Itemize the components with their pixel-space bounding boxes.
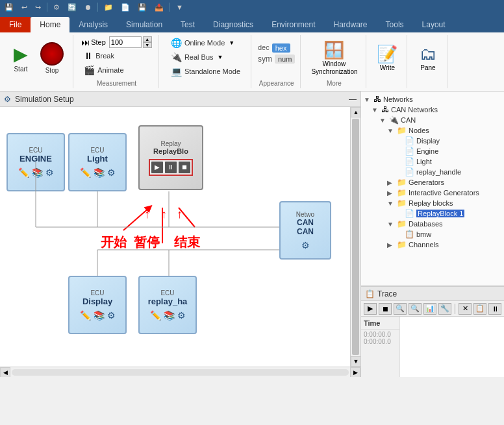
- trace-delete-button[interactable]: ✕: [459, 303, 472, 315]
- tab-tools[interactable]: Tools: [377, 17, 413, 32]
- tree-interactive-generators[interactable]: ▶ 📁 Interactive Generators: [364, 188, 501, 198]
- start-button[interactable]: ▶ Start: [8, 42, 34, 75]
- ecu-replay-handle-settings-icon[interactable]: ⚙: [177, 310, 186, 321]
- tab-test[interactable]: Test: [171, 17, 204, 32]
- replay-play-button[interactable]: ▶: [151, 162, 163, 173]
- tab-file[interactable]: File: [0, 17, 31, 32]
- animate-button[interactable]: 🎬 Animate: [81, 64, 152, 77]
- tree-networks[interactable]: ▼ 🖧 Networks: [364, 94, 501, 104]
- undo-icon[interactable]: ↩: [19, 3, 29, 12]
- write-button[interactable]: 📝 Write: [373, 42, 401, 73]
- tab-environment[interactable]: Environment: [262, 17, 324, 32]
- refresh-icon[interactable]: 🔄: [66, 3, 79, 12]
- ecu-display-edit-icon[interactable]: ✏️: [80, 310, 91, 321]
- settings-icon[interactable]: ⚙: [51, 3, 62, 12]
- canvas-area[interactable]: ECU ENGINE ✏️ 📚 ⚙ ECU Light ✏️ 📚 ⚙: [0, 107, 360, 367]
- ecu-display-layers-icon[interactable]: 📚: [94, 310, 105, 321]
- scroll-thumb[interactable]: [352, 119, 359, 355]
- network-cam-block[interactable]: Netwo CAN CAN ⚙: [279, 201, 331, 260]
- tree-databases[interactable]: ▼ 📁 Databases: [364, 219, 501, 229]
- step-input[interactable]: [109, 36, 142, 48]
- network-cam-settings-icon[interactable]: ⚙: [301, 240, 310, 250]
- stop-small-icon[interactable]: ⏺: [82, 3, 94, 12]
- step-up[interactable]: ▲: [143, 36, 152, 42]
- tree-display[interactable]: 📄 Display: [364, 136, 501, 146]
- replay-block[interactable]: Replay ReplayBlo ▶ ⏸ ⏹: [138, 125, 203, 190]
- tree-bmw[interactable]: 📋 bmw: [364, 229, 501, 239]
- scroll-left-button[interactable]: ◀: [0, 367, 10, 378]
- tab-diagnostics[interactable]: Diagnostics: [204, 17, 262, 32]
- trace-filter2-button[interactable]: 🔍: [409, 303, 422, 315]
- trace-copy-button[interactable]: 📋: [473, 303, 486, 315]
- hex-button[interactable]: hex: [272, 43, 290, 53]
- replay-stop-button[interactable]: ⏹: [179, 162, 190, 173]
- trace-play-button[interactable]: ▶: [364, 303, 377, 315]
- tree-engine[interactable]: 📄 Engine: [364, 146, 501, 156]
- tree-light[interactable]: 📄 Light: [364, 156, 501, 167]
- arrow-start: ↑: [144, 208, 150, 221]
- ecu-engine-block[interactable]: ECU ENGINE ✏️ 📚 ⚙: [6, 133, 65, 191]
- scroll-down-button[interactable]: ▼: [351, 356, 360, 367]
- tab-home[interactable]: Home: [31, 17, 69, 32]
- real-bus-button[interactable]: 🔌 Real Bus ▼: [168, 51, 243, 64]
- scroll-right-button[interactable]: ▶: [350, 367, 360, 378]
- online-mode-button[interactable]: 🌐 Online Mode ▼: [168, 36, 243, 49]
- num-button[interactable]: num: [275, 55, 295, 64]
- tree-can[interactable]: ▼ 🔌 CAN: [364, 115, 501, 125]
- ecu-engine-layers-icon[interactable]: 📚: [32, 167, 43, 178]
- tree-generators[interactable]: ▶ 📁 Generators: [364, 177, 501, 188]
- doc-icon[interactable]: 📄: [119, 3, 132, 12]
- redo-icon[interactable]: ↪: [33, 3, 43, 12]
- ecu-display-block[interactable]: ECU Display ✏️ 📚 ⚙: [68, 276, 127, 334]
- ecu-light-edit-icon[interactable]: ✏️: [80, 167, 91, 178]
- ecu-display-settings-icon[interactable]: ⚙: [107, 310, 116, 321]
- tree-nodes[interactable]: ▼ 📁 Nodes: [364, 125, 501, 136]
- tree-label-replay-handle: replay_handle: [416, 168, 461, 176]
- ecu-engine-settings-icon[interactable]: ⚙: [45, 167, 54, 178]
- tree-label-databases: Databases: [409, 220, 443, 228]
- tree-can-networks[interactable]: ▼ 🖧 CAN Networks: [364, 104, 501, 115]
- export-icon[interactable]: 📤: [153, 3, 166, 12]
- measurement-group-label: Measurement: [97, 80, 136, 87]
- stop-button[interactable]: Stop: [36, 40, 68, 76]
- minimize-icon[interactable]: —: [349, 95, 357, 104]
- break-button[interactable]: ⏸ Break: [81, 49, 152, 62]
- ecu-engine-edit-icon[interactable]: ✏️: [18, 167, 29, 178]
- tree-replay-block-1[interactable]: 📄 ReplayBlock 1: [364, 208, 501, 219]
- tree-channels[interactable]: ▶ 📁 Channels: [364, 239, 501, 250]
- trace-header: 📋 Trace: [361, 287, 504, 301]
- trace-settings-button[interactable]: 🔧: [438, 303, 451, 315]
- trace-time-values: 0:00:00.00:00:00.0: [361, 330, 399, 346]
- window-sync-button[interactable]: 🪟 Window Synchronization: [307, 38, 360, 78]
- ecu-replay-handle-layers-icon[interactable]: 📚: [164, 310, 175, 321]
- save2-icon[interactable]: 💾: [136, 3, 149, 12]
- replay-pause-button[interactable]: ⏸: [165, 162, 177, 173]
- ecu-light-settings-icon[interactable]: ⚙: [107, 167, 116, 178]
- vertical-scrollbar[interactable]: ▲ ▼: [350, 107, 360, 367]
- more-icon[interactable]: ▼: [174, 3, 185, 12]
- trace-chart-button[interactable]: 📊: [423, 303, 436, 315]
- trace-pause-button[interactable]: ⏸: [488, 303, 501, 315]
- trace-content: Time 0:00:00.00:00:00.0: [361, 317, 504, 377]
- scroll-x-track[interactable]: [12, 369, 349, 376]
- ecu-replay-handle-block[interactable]: ECU replay_ha ✏️ 📚 ⚙: [138, 276, 197, 334]
- trace-filter-button[interactable]: 🔍: [394, 303, 407, 315]
- tab-simulation[interactable]: Simulation: [117, 17, 171, 32]
- step-down[interactable]: ▼: [143, 42, 152, 48]
- trace-stop-button[interactable]: ⏹: [379, 303, 392, 315]
- tree-replay-blocks[interactable]: ▼ 📁 Replay blocks: [364, 198, 501, 208]
- tree-replay-handle[interactable]: 📄 replay_handle: [364, 167, 501, 177]
- ecu-replay-handle-edit-icon[interactable]: ✏️: [150, 310, 161, 321]
- tab-analysis[interactable]: Analysis: [69, 17, 117, 32]
- scroll-up-button[interactable]: ▲: [351, 107, 360, 117]
- ecu-light-layers-icon[interactable]: 📚: [94, 167, 105, 178]
- save-icon[interactable]: 💾: [3, 3, 16, 12]
- ecu-light-block[interactable]: ECU Light ✏️ 📚 ⚙: [68, 133, 127, 191]
- standalone-button[interactable]: 💻 Standalone Mode: [168, 65, 243, 78]
- animate-icon: 🎬: [84, 65, 95, 75]
- tab-hardware[interactable]: Hardware: [325, 17, 377, 32]
- tree-icon-channels: 📁: [397, 240, 407, 249]
- pane-button[interactable]: 🗂 Pane: [415, 42, 441, 73]
- tab-layout[interactable]: Layout: [413, 17, 455, 32]
- folder-icon[interactable]: 📁: [102, 3, 115, 12]
